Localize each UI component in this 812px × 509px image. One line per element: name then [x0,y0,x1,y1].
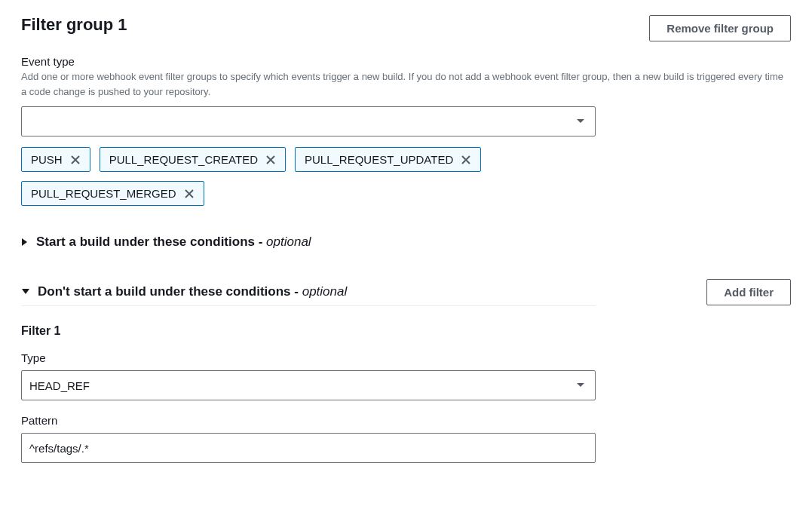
filter-type-label: Type [21,351,791,364]
close-icon[interactable] [265,155,276,165]
caret-down-icon [21,288,30,296]
close-icon[interactable] [70,155,81,165]
filter-type-value: HEAD_REF [29,379,568,392]
remove-filter-group-button[interactable]: Remove filter group [649,15,791,41]
dont-start-conditions-title: Don't start a build under these conditio… [38,284,347,299]
chip-label: PULL_REQUEST_MERGED [31,187,176,200]
filter-1-heading: Filter 1 [21,324,791,338]
filter-type-select[interactable]: HEAD_REF [21,370,596,400]
optional-label: optional [266,235,311,249]
event-type-chips: PUSH PULL_REQUEST_CREATED PULL_REQUEST_U… [21,147,609,206]
chip-pull-request-merged: PULL_REQUEST_MERGED [21,181,204,206]
dont-start-conditions-prefix: Don't start a build under these conditio… [38,284,302,299]
chip-push: PUSH [21,147,90,172]
add-filter-button[interactable]: Add filter [706,279,791,305]
dont-start-conditions-toggle[interactable]: Don't start a build under these conditio… [21,278,596,305]
event-type-help: Add one or more webhook event filter gro… [21,69,790,99]
chip-pull-request-created: PULL_REQUEST_CREATED [100,147,286,172]
divider [21,305,596,306]
event-type-label: Event type [21,55,791,68]
start-conditions-title: Start a build under these conditions - o… [36,235,311,250]
start-conditions-toggle[interactable]: Start a build under these conditions - o… [21,228,596,256]
optional-label: optional [302,284,348,299]
event-type-select[interactable] [21,106,596,136]
chip-label: PUSH [31,153,63,166]
chip-label: PULL_REQUEST_UPDATED [305,153,453,166]
close-icon[interactable] [461,155,471,165]
filter-pattern-label: Pattern [21,414,791,427]
filter-group-title: Filter group 1 [21,15,127,35]
chip-label: PULL_REQUEST_CREATED [109,153,258,166]
close-icon[interactable] [184,189,195,199]
chip-pull-request-updated: PULL_REQUEST_UPDATED [295,147,481,172]
caret-right-icon [21,238,29,247]
filter-pattern-input[interactable] [21,433,596,463]
start-conditions-prefix: Start a build under these conditions - [36,235,266,249]
